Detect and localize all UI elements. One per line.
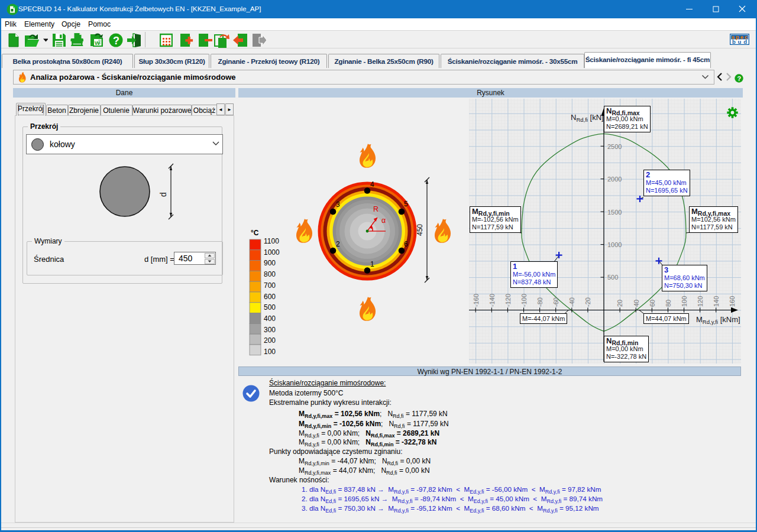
svg-text:-140: -140 — [489, 294, 496, 307]
svg-text:20: 20 — [616, 300, 623, 307]
svg-text:100: 100 — [681, 296, 688, 307]
svg-text:-120: -120 — [504, 294, 512, 307]
svg-text:-160: -160 — [473, 294, 480, 307]
svg-text:450: 450 — [416, 224, 424, 236]
svg-text:160: 160 — [729, 296, 736, 307]
svg-text:200: 200 — [264, 336, 276, 345]
svg-text:1000: 1000 — [264, 248, 280, 257]
svg-text:EN: EN — [13, 5, 18, 9]
svg-text:100: 100 — [264, 348, 276, 356]
svg-text:-80: -80 — [536, 297, 544, 307]
svg-text:40: 40 — [633, 300, 640, 307]
svg-text:600: 600 — [264, 293, 276, 301]
svg-text:-100: -100 — [520, 294, 528, 307]
svg-text:800: 800 — [264, 270, 276, 278]
svg-text:900: 900 — [264, 259, 276, 267]
svg-text:1000: 1000 — [607, 241, 622, 248]
svg-text:2500: 2500 — [607, 143, 622, 150]
svg-text:5: 5 — [404, 200, 408, 208]
svg-text:?: ? — [113, 35, 119, 47]
svg-text:140: 140 — [713, 296, 720, 307]
svg-text:-20: -20 — [584, 297, 591, 307]
svg-text:400: 400 — [264, 314, 276, 323]
svg-text:?: ? — [737, 75, 742, 82]
svg-text:80: 80 — [665, 300, 672, 307]
svg-text:500: 500 — [607, 274, 618, 281]
svg-text:bud: bud — [732, 38, 747, 45]
svg-text:-40: -40 — [568, 297, 575, 307]
svg-text:1500: 1500 — [607, 209, 622, 216]
svg-text:120: 120 — [697, 296, 704, 307]
svg-text:1: 1 — [370, 260, 374, 268]
svg-text:700: 700 — [264, 281, 276, 290]
svg-text:60: 60 — [649, 300, 656, 307]
svg-text:°C: °C — [251, 229, 259, 237]
svg-text:4: 4 — [370, 180, 374, 189]
svg-text:-60: -60 — [552, 297, 559, 307]
svg-text:300: 300 — [264, 326, 276, 334]
svg-text:R: R — [373, 205, 378, 213]
svg-text:500: 500 — [264, 303, 276, 312]
svg-text:6: 6 — [404, 240, 408, 248]
svg-text:3: 3 — [336, 200, 340, 209]
svg-text:1100: 1100 — [264, 237, 279, 245]
svg-text:α: α — [381, 216, 386, 225]
svg-text:2: 2 — [336, 240, 340, 248]
svg-text:2000: 2000 — [607, 176, 622, 183]
svg-text:d: d — [158, 192, 168, 197]
